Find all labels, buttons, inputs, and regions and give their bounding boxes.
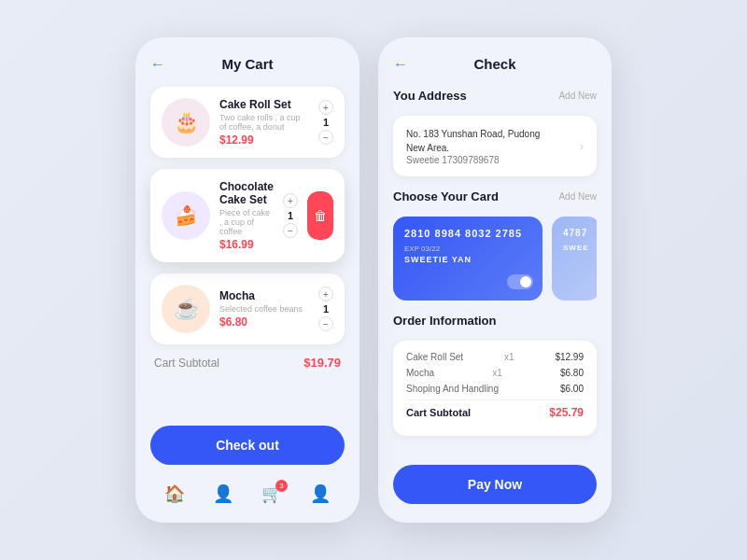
credit-card[interactable]: 2810 8984 8032 2785 EXP 03/22 SWEETIE YA…	[393, 217, 543, 301]
order-item-label: Mocha	[406, 368, 434, 378]
nav-cart-icon[interactable]: 🛒 3	[261, 483, 282, 504]
order-item-label: Cake Roll Set	[406, 352, 463, 362]
order-total-row: Cart Subtotal $25.79	[406, 406, 584, 419]
item-image: 🎂	[162, 98, 210, 147]
item-desc: Selected coffee beans	[219, 304, 309, 314]
qty-value: 1	[323, 117, 329, 128]
cart-back-button[interactable]: ←	[150, 56, 165, 73]
address-contact: Sweetie 17309789678	[406, 155, 540, 165]
check-back-button[interactable]: ←	[393, 56, 408, 73]
qty-value: 1	[288, 210, 293, 221]
cart-subtotal: Cart Subtotal $19.79	[150, 356, 345, 370]
item-image: ☕	[162, 285, 210, 333]
order-item-price: $6.00	[560, 384, 584, 394]
add-card-button[interactable]: Add New	[558, 191, 597, 202]
item-name: Cake Roll Set	[219, 98, 309, 111]
card-title: Choose Your Card	[393, 189, 499, 203]
item-name: Mocha	[219, 289, 309, 302]
order-item-label: Shoping And Handling	[406, 384, 499, 394]
delete-item-button[interactable]: 🗑	[307, 191, 333, 240]
order-divider	[406, 399, 584, 400]
card-number: 2810 8984 8032 2785	[404, 228, 531, 239]
card-section-header: Choose Your Card Add New	[393, 189, 597, 203]
address-line1: No. 183 Yunshan Road, Pudong	[406, 127, 540, 141]
nav-profile-icon[interactable]: 👤	[213, 483, 233, 504]
order-row: Mocha x1 $6.80	[406, 368, 584, 378]
item-price: $6.80	[219, 315, 309, 329]
order-item-price: $6.80	[560, 368, 584, 378]
card-expiry: EXP 03/22	[404, 245, 531, 253]
chevron-right-icon: ›	[580, 140, 584, 153]
order-row: Shoping And Handling $6.00	[406, 384, 584, 394]
pay-now-button[interactable]: Pay Now	[393, 465, 597, 504]
order-title: Order Information	[393, 314, 497, 328]
check-header: ← Check	[393, 56, 597, 72]
nav-home-icon[interactable]: 🏠	[164, 483, 185, 504]
item-name: Chocolate Cake Set	[219, 180, 274, 206]
qty-decrease[interactable]: −	[318, 130, 333, 145]
item-quantity: + 1 −	[318, 287, 333, 331]
order-row: Cake Roll Set x1 $12.99	[406, 352, 584, 362]
check-title: Check	[473, 56, 515, 72]
qty-increase[interactable]: +	[318, 100, 333, 115]
toggle-dot	[520, 276, 531, 287]
cart-item: ☕ Mocha Selected coffee beans $6.80 + 1 …	[150, 273, 345, 344]
address-card[interactable]: No. 183 Yunshan Road, Pudong New Area. S…	[393, 116, 597, 176]
item-info: Mocha Selected coffee beans $6.80	[219, 289, 309, 329]
qty-increase[interactable]: +	[318, 287, 333, 301]
order-item-qty: x1	[504, 352, 514, 362]
cart-screen: ← My Cart 🎂 Cake Roll Set Two cake rolls…	[135, 37, 359, 523]
item-desc: Piece of cake , a cup of coffee	[219, 208, 274, 236]
qty-increase[interactable]: +	[283, 193, 298, 208]
credit-card-partial[interactable]: 4787 SWEE	[552, 217, 597, 301]
card-toggle[interactable]	[507, 274, 533, 289]
address-title: You Address	[393, 89, 467, 103]
cart-header: ← My Cart	[150, 56, 345, 72]
card-number-partial: 4787	[563, 228, 589, 238]
cart-item: 🎂 Cake Roll Set Two cake rolls , a cup o…	[150, 87, 345, 158]
address-section-header: You Address Add New	[393, 89, 597, 103]
cart-title: My Cart	[221, 56, 273, 72]
item-price: $16.99	[219, 238, 274, 251]
card-holder-name: SWEETIE YAN	[404, 255, 531, 264]
address-line2: New Area.	[406, 141, 540, 155]
item-price: $12.99	[219, 133, 309, 147]
item-quantity: + 1 −	[283, 193, 298, 238]
total-value: $25.79	[549, 406, 584, 419]
qty-value: 1	[323, 303, 329, 315]
nav-account-icon[interactable]: 👤	[310, 483, 331, 504]
item-desc: Two cake rolls , a cup of coffee, a donu…	[219, 113, 309, 132]
checkout-button[interactable]: Check out	[150, 426, 345, 465]
item-image: 🍰	[162, 191, 210, 240]
cart-badge: 3	[275, 480, 288, 492]
address-info: No. 183 Yunshan Road, Pudong New Area. S…	[406, 127, 540, 165]
cards-slider: 2810 8984 8032 2785 EXP 03/22 SWEETIE YA…	[393, 217, 597, 301]
qty-decrease[interactable]: −	[318, 316, 333, 331]
card-holder-partial: SWEE	[563, 244, 589, 252]
total-label: Cart Subtotal	[406, 407, 471, 418]
subtotal-value: $19.79	[303, 356, 341, 370]
item-info: Cake Roll Set Two cake rolls , a cup of …	[219, 98, 309, 147]
order-info-card: Cake Roll Set x1 $12.99 Mocha x1 $6.80 S…	[393, 341, 597, 436]
bottom-navigation: 🏠 👤 🛒 3 👤	[150, 476, 345, 504]
cart-item-active: 🍰 Chocolate Cake Set Piece of cake , a c…	[150, 169, 345, 262]
item-info: Chocolate Cake Set Piece of cake , a cup…	[219, 180, 274, 251]
subtotal-label: Cart Subtotal	[154, 357, 219, 370]
order-item-price: $12.99	[555, 352, 584, 362]
order-item-qty: x1	[492, 368, 502, 378]
check-screen: ← Check You Address Add New No. 183 Yuns…	[378, 37, 612, 523]
qty-decrease[interactable]: −	[283, 223, 298, 238]
item-quantity: + 1 −	[318, 100, 333, 145]
add-address-button[interactable]: Add New	[558, 91, 597, 101]
order-section-header: Order Information	[393, 314, 597, 328]
